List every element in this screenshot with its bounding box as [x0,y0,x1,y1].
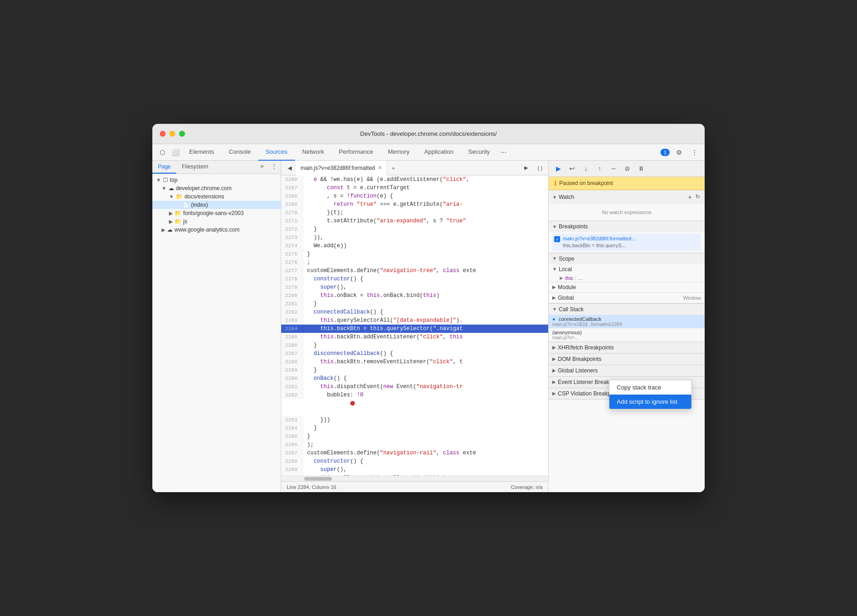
close-button[interactable] [160,131,166,137]
window-title: DevTools - developer.chrome.com/docs/ext… [360,130,497,137]
code-line-2287: 2287 disconnectedCallback() { [281,349,548,358]
xhr-fetch-section: ▶ XHR/fetch Breakpoints [549,342,705,354]
code-line-2268: 2268 , s = !function(e) { [281,192,548,200]
run-icon[interactable]: ▶ [520,162,533,174]
editor-tab-bar: ◀ main.js?v=e382d86f:formatted ✕ » ▶ { } [281,161,548,175]
deactivate-button[interactable]: ⊘ [621,163,633,174]
tree-item-js[interactable]: ▶ 📁 js [152,217,281,226]
maximize-button[interactable] [179,131,185,137]
xhr-fetch-label: XHR/fetch Breakpoints [558,344,614,351]
scope-header[interactable]: ▼ Scope [549,253,705,264]
tab-performance[interactable]: Performance [331,144,380,161]
local-vars: ▶ this : … [549,274,705,282]
call-stack-item-1[interactable]: (anonymous) main.js?v=... [549,328,705,342]
editor-status-bar: Line 2284, Column 16 Coverage: n/a [281,481,548,492]
info-icon: ℹ [554,180,556,187]
code-line-2284: 2284 this.backBtn = this.querySelector("… [281,325,548,333]
copy-stack-trace-item[interactable]: Copy stack trace [609,380,691,395]
cloud-icon-analytics: ☁ [167,227,173,233]
tab-filesystem[interactable]: Filesystem [176,161,214,174]
settings-icon[interactable]: ⚙ [672,146,685,159]
editor-tab-main[interactable]: main.js?v=e382d86f:formatted ✕ [296,161,387,175]
code-line-2298: 2298 constructor() { [281,457,548,465]
scroll-thumb[interactable] [304,477,332,481]
code-line-2283: 2283 this.querySelectorAll("[data-expand… [281,316,548,325]
chevron-right-icon-2: ▶ [169,219,173,225]
call-stack-chevron: ▼ [552,307,557,312]
more-options-icon[interactable]: ⋮ [688,146,701,159]
tab-memory[interactable]: Memory [381,144,417,161]
editor-tab-close[interactable]: ✕ [378,165,382,171]
local-scope: ▼ Local ▶ this : … [549,264,705,282]
breakpoint-item[interactable]: ✓ main.js?v=e382d86f:formatted:... this.… [552,234,701,251]
global-listeners-section: ▶ Global Listeners [549,365,705,377]
xhr-fetch-header[interactable]: ▶ XHR/fetch Breakpoints [549,342,705,353]
format-icon[interactable]: { } [533,162,546,174]
tab-sources[interactable]: Sources [258,144,295,161]
minimize-button[interactable] [169,131,175,137]
add-watch-button[interactable]: + [687,192,693,202]
tab-security[interactable]: Security [461,144,497,161]
dom-breakpoints-header[interactable]: ▶ DOM Breakpoints [549,354,705,365]
scope-var-this[interactable]: ▶ this : … [558,274,705,282]
step-button[interactable]: ↔ [608,163,620,174]
global-header[interactable]: ▶ Global Window [549,293,705,303]
coverage-status: Coverage: n/a [511,484,543,490]
tree-item-fonts[interactable]: ▶ 📁 fonts/google-sans-v2003 [152,209,281,217]
chevron-down-icon-2: ▼ [162,186,167,191]
module-header[interactable]: ▶ Module [549,282,705,292]
code-line-2296: 2296 ); [281,441,548,449]
step-over-button[interactable]: ↩ [566,163,578,174]
breakpoints-label: Breakpoints [559,223,588,230]
watch-header[interactable]: ▼ Watch + ↻ [549,190,705,204]
tree-item-top[interactable]: ▼ ☐ top [152,176,281,184]
debug-toolbar: ▶ ↩ ↓ ↑ ↔ ⊘ ⏸ [549,161,705,177]
dom-chevron: ▶ [552,356,556,361]
chevron-right-icon: ▶ [169,210,173,216]
code-line-2294: 2294 } [281,424,548,432]
folder-icon-docs: 📁 [176,193,183,200]
tab-console[interactable]: Console [221,144,258,161]
refresh-watch-button[interactable]: ↻ [695,192,701,202]
call-stack-section: ▼ Call Stack ● connectedCallback main.js… [549,304,705,342]
pause-indicator: ℹ Paused on breakpoint [549,177,705,190]
local-header[interactable]: ▼ Local [549,264,705,274]
tab-network[interactable]: Network [295,144,332,161]
add-to-ignore-list-item[interactable]: Add script to ignore list [609,395,691,409]
code-line-2278: 2278 constructor() { [281,275,548,283]
breakpoints-header[interactable]: ▼ Breakpoints [549,221,705,232]
more-tabs-icon[interactable]: ⋯ [497,146,510,159]
module-label: Module [558,284,576,291]
navigator-icon[interactable]: ◀ [283,162,296,174]
more-tabs-icon-2[interactable]: » [387,162,400,174]
tab-page[interactable]: Page [152,161,176,174]
call-stack-header[interactable]: ▼ Call Stack [549,304,705,315]
tree-item-chrome[interactable]: ▼ ☁ developer.chrome.com [152,184,281,192]
resume-button[interactable]: ▶ [552,163,564,174]
step-out-button[interactable]: ↑ [594,163,606,174]
pause-exceptions-button[interactable]: ⏸ [635,163,647,174]
step-into-button[interactable]: ↓ [580,163,592,174]
watch-label: Watch [559,194,574,200]
global-listeners-header[interactable]: ▶ Global Listeners [549,365,705,376]
tab-elements[interactable]: Elements [182,144,221,161]
breakpoint-checkbox[interactable]: ✓ [554,236,560,242]
tree-item-analytics[interactable]: ▶ ☁ www.google-analytics.com [152,226,281,234]
new-file-icon[interactable]: ⋮ [267,161,281,174]
local-label: Local [559,266,572,273]
call-stack-item-0[interactable]: ● connectedCallback main.js?v=e382d...fo… [549,315,705,328]
device-toolbar-icon[interactable]: ⬜ [169,146,182,159]
horizontal-scrollbar[interactable] [281,476,548,481]
code-line-2291: 2291 this.dispatchEvent(new Event("navig… [281,383,548,391]
scope-section: ▼ Scope ▼ Local ▶ this [549,253,705,304]
code-line-2280: 2280 this.onBack = this.onBack.bind(this… [281,291,548,300]
tab-application[interactable]: Application [417,144,461,161]
cursor-tool-icon[interactable]: ⬡ [156,146,169,159]
folder-icon-fonts: 📁 [174,210,181,216]
tree-item-index[interactable]: 📄 (index) [152,201,281,209]
scope-content: ▼ Local ▶ this : … [549,264,705,303]
tree-item-docs[interactable]: ▼ 📁 docs/extensions [152,192,281,201]
more-panel-options-icon[interactable]: » [257,161,267,174]
call-stack-file-1: main.js?v=... [552,335,701,340]
code-editor[interactable]: 2200 e && !we.has(e) && (e.addEventListe… [281,175,548,476]
